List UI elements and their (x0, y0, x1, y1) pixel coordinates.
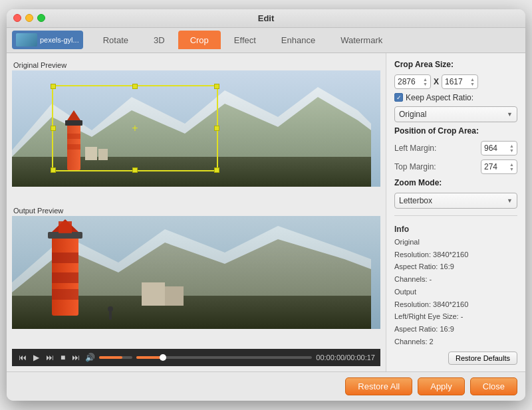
top-margin-input[interactable]: 274 ▲▼ (481, 159, 517, 174)
tab-watermark[interactable]: Watermark (329, 31, 394, 49)
traffic-lights (13, 14, 45, 22)
tab-3d[interactable]: 3D (142, 31, 177, 49)
info-channels-out: Channels: 2 (394, 336, 517, 348)
svg-rect-23 (165, 286, 184, 306)
keep-aspect-ratio-row: ✓ Keep Aspect Ratio: (394, 93, 517, 102)
svg-rect-25 (109, 312, 112, 320)
left-margin-arrows[interactable]: ▲▼ (509, 144, 514, 153)
left-margin-row: Left Margin: 964 ▲▼ (394, 141, 517, 155)
info-channels-orig: Channels: - (394, 273, 517, 286)
crop-handle-bm[interactable] (132, 167, 138, 173)
crop-handle-br[interactable] (214, 167, 219, 173)
svg-rect-21 (59, 221, 72, 233)
crop-handle-tl[interactable] (51, 84, 56, 89)
playback-bar: ⏮ ▶ ⏭ ■ ⏭ 🔊 00:00:00/00:00:17 (12, 349, 380, 366)
crop-handle-bl[interactable] (51, 167, 56, 173)
left-margin-input[interactable]: 964 ▲▼ (481, 141, 517, 155)
keep-aspect-ratio-label: Keep Aspect Ratio: (406, 93, 473, 102)
left-margin-label: Left Margin: (394, 144, 436, 153)
crop-width-arrows[interactable]: ▲▼ (423, 77, 428, 86)
tab-effect[interactable]: Effect (222, 31, 268, 49)
output-preview-frame (12, 216, 380, 329)
tab-rotate[interactable]: Rotate (91, 31, 140, 49)
info-aspect-orig: Aspect Ratio: 16:9 (394, 260, 517, 273)
apply-button[interactable]: Apply (418, 377, 465, 395)
tabs-container: Rotate 3D Crop Effect Enhance Watermark (91, 31, 395, 49)
close-window-button[interactable] (13, 14, 21, 22)
file-thumbnail[interactable]: pexels-gyl... (12, 31, 83, 49)
preview-panel: Original Preview (7, 53, 386, 372)
info-output-title: Output (394, 286, 517, 298)
skip-back-button[interactable]: ⏮ (17, 352, 28, 363)
svg-point-24 (108, 306, 113, 312)
zoom-mode-label: Zoom Mode: (394, 178, 517, 187)
info-resolution-out: Resolution: 3840*2160 (394, 298, 517, 311)
tab-enhance[interactable]: Enhance (269, 31, 327, 49)
main-window: Edit pexels-gyl... Rotate 3D Crop Effect… (7, 9, 525, 401)
crop-width-input[interactable]: 2876 ▲▼ (394, 74, 431, 89)
maximize-window-button[interactable] (37, 14, 45, 22)
crop-handle-rm[interactable] (214, 126, 219, 131)
x-separator: X (434, 77, 439, 86)
dropdown-arrow-icon: ▼ (507, 111, 513, 118)
right-panel: Crop Area Size: 2876 ▲▼ X 1617 ▲▼ ✓ (386, 53, 525, 372)
crop-handle-tm[interactable] (132, 84, 138, 89)
zoom-mode-dropdown[interactable]: Letterbox ▼ (394, 193, 517, 209)
volume-icon: 🔊 (85, 353, 95, 362)
restore-defaults-button[interactable]: Restore Defaults (448, 352, 517, 365)
volume-fill (99, 356, 122, 359)
output-scene-svg (12, 216, 380, 329)
info-original-title: Original (394, 236, 517, 249)
output-preview-section: Output Preview (12, 204, 380, 350)
info-lr-eye: Left/Right Eye Size: - (394, 310, 517, 323)
original-preview-image: + (12, 70, 380, 187)
top-margin-arrows[interactable]: ▲▼ (509, 162, 514, 171)
main-content: Original Preview (7, 53, 525, 372)
position-label: Position of Crop Area: (394, 126, 517, 136)
divider (394, 215, 517, 216)
info-title: Info (394, 223, 517, 236)
svg-rect-16 (52, 253, 78, 263)
top-margin-label: Top Margin: (394, 162, 436, 171)
info-resolution-orig: Resolution: 3840*2160 (394, 249, 517, 261)
tab-crop[interactable]: Crop (178, 31, 221, 49)
original-preview-frame: + (12, 70, 380, 187)
file-thumb-image (16, 33, 37, 47)
progress-thumb (160, 354, 166, 361)
minimize-window-button[interactable] (25, 14, 33, 22)
stop-button[interactable]: ■ (59, 352, 66, 363)
close-button[interactable]: Close (470, 377, 517, 395)
title-bar: Edit (7, 9, 525, 28)
time-display: 00:00:00/00:00:17 (316, 354, 375, 361)
top-margin-row: Top Margin: 274 ▲▼ (394, 159, 517, 174)
output-preview-label: Output Preview (12, 204, 380, 216)
crop-handle-lm[interactable] (51, 126, 56, 131)
crop-crosshair: + (132, 122, 138, 134)
restore-all-button[interactable]: Restore All (345, 377, 412, 395)
keep-aspect-ratio-checkbox[interactable]: ✓ (394, 93, 403, 102)
svg-rect-22 (142, 282, 165, 306)
next-frame-button[interactable]: ⏭ (70, 352, 81, 363)
crop-handle-tr[interactable] (214, 84, 219, 89)
window-title: Edit (258, 13, 275, 23)
crop-box[interactable]: + (52, 85, 218, 171)
info-aspect-out: Aspect Ratio: 16:9 (394, 323, 517, 336)
crop-area-size-label: Crop Area Size: (394, 60, 517, 69)
aspect-ratio-dropdown[interactable]: Original ▼ (394, 106, 517, 122)
original-preview-label: Original Preview (12, 58, 380, 70)
svg-rect-18 (52, 289, 78, 300)
progress-bar[interactable] (136, 356, 312, 359)
crop-height-input[interactable]: 1617 ▲▼ (442, 74, 478, 89)
play-button[interactable]: ▶ (32, 352, 41, 363)
file-thumb-label: pexels-gyl... (40, 36, 79, 44)
bottom-bar: Restore All Apply Close (7, 371, 525, 401)
progress-fill (136, 356, 163, 359)
tab-bar: pexels-gyl... Rotate 3D Crop Effect Enha… (7, 28, 525, 53)
original-preview-section: Original Preview (12, 58, 380, 204)
skip-forward-button[interactable]: ⏭ (45, 352, 55, 363)
volume-slider[interactable] (99, 356, 132, 359)
crop-height-arrows[interactable]: ▲▼ (470, 77, 475, 86)
zoom-dropdown-arrow-icon: ▼ (507, 197, 513, 204)
info-block: Info Original Resolution: 3840*2160 Aspe… (394, 223, 517, 348)
crop-size-row: 2876 ▲▼ X 1617 ▲▼ (394, 74, 517, 89)
